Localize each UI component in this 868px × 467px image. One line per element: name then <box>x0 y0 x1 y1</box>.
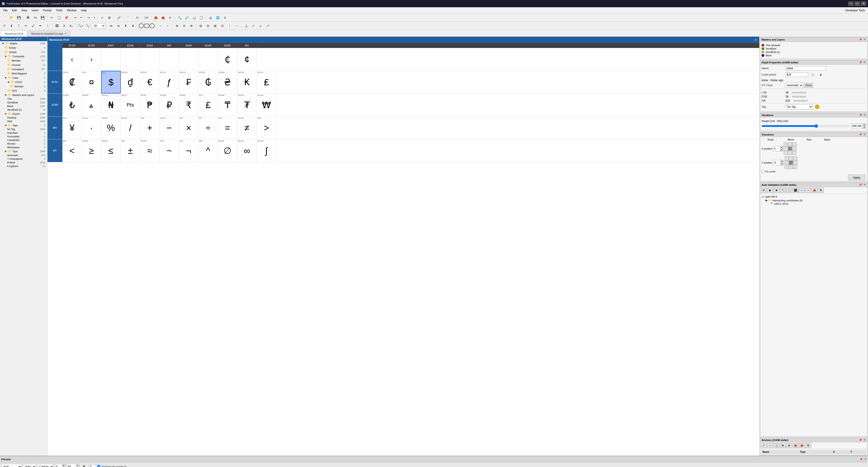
move-bc[interactable] <box>789 165 793 169</box>
curve-btn[interactable]: ⌒ <box>125 14 131 21</box>
move-mr[interactable] <box>793 160 797 165</box>
glyph-cell-3-5[interactable]: $2212 − <box>160 117 179 139</box>
validation-pin-icon[interactable]: 📌 <box>859 183 863 186</box>
tb2-btn3[interactable]: T <box>16 23 22 29</box>
undo-button[interactable]: ↩ <box>72 14 79 21</box>
lookup3-btn[interactable]: 📊 <box>191 14 197 21</box>
undo-drop[interactable]: ▼ <box>79 14 83 21</box>
tab-montserrat-vf[interactable]: Montserrat-VF.ttf <box>1 31 27 37</box>
move-mc[interactable] <box>789 160 793 165</box>
glyph-cell-0-9[interactable]: ¢ <box>237 48 257 70</box>
anchor-mark-btn[interactable]: ⚓ <box>774 443 779 448</box>
val-prev-btn[interactable]: ← <box>799 188 805 193</box>
apply-button[interactable]: Apply <box>848 175 865 180</box>
tb2-grid3[interactable]: ⊠ <box>212 23 219 29</box>
val-fix-btn[interactable]: 🔧 <box>780 188 786 193</box>
sidebar-item-semibold1[interactable]: SemiBold (1) 14 <box>0 108 47 112</box>
name-input[interactable] <box>785 66 826 70</box>
sidebar-item-review[interactable]: Review 0 <box>0 142 47 145</box>
tag-color-icon[interactable] <box>815 105 819 109</box>
val-settings-btn[interactable]: ⚙ <box>818 188 824 193</box>
val-export-btn[interactable]: 📤 <box>811 188 817 193</box>
move-tc[interactable] <box>789 156 793 160</box>
anchors-pin-icon[interactable]: 📌 <box>859 438 863 441</box>
sidebar-item-web[interactable]: Web 1944 <box>0 119 47 123</box>
fx-btn[interactable]: ƒx <box>134 14 141 21</box>
save-all-button[interactable]: 💾 <box>39 14 46 21</box>
glyph-cell-1-6[interactable]: $20A3 ₣ <box>179 71 198 93</box>
glyph-properties-pin-icon[interactable]: 📌 <box>859 61 863 64</box>
glyph-cell-4-4[interactable]: $2248 ≈ <box>140 139 160 162</box>
zoom-out[interactable]: 🔍- <box>85 23 91 29</box>
menu-developer-tools[interactable]: Developer Tools <box>843 8 867 13</box>
move-bl[interactable] <box>784 165 789 169</box>
val-refresh-btn[interactable]: ⟳ <box>761 188 767 193</box>
sidebar-item-black[interactable]: Black 1822 <box>0 104 47 108</box>
copy-button[interactable]: 📋 <box>56 14 62 21</box>
glyph-cell-1-0[interactable]: $20A1 ₡ <box>62 71 82 93</box>
glyph-cell-4-1[interactable]: $2265 ≥ <box>82 139 101 162</box>
val-select-btn[interactable]: ⬚ <box>786 188 792 193</box>
sidebar-item-semibold[interactable]: SemiBold 1822 <box>0 101 47 104</box>
anchor-settings-btn[interactable]: ⚙ <box>805 443 811 448</box>
glyph-cell-2-2[interactable]: $20A6 ₦ <box>101 94 121 116</box>
sidebar-item-colr[interactable]: ▼ 📁 COLR 0 <box>0 80 47 84</box>
on-curve-checkbox[interactable] <box>762 170 765 173</box>
glyph-cell-0-3[interactable] <box>121 48 140 70</box>
sidebar-item-tags[interactable]: ▼ 📁 Tags 0 <box>0 123 47 127</box>
glyph-cell-3-10[interactable]: $3E > <box>257 117 276 139</box>
anchors-close-icon[interactable]: ✕ <box>863 438 866 441</box>
tb2-oval[interactable] <box>139 23 144 28</box>
xpos-up[interactable]: ▲ <box>780 146 783 149</box>
sidebar-item-type[interactable]: ▼ 📁 Type 1944 <box>0 149 47 153</box>
glyph-cell-1-7[interactable]: $20B2 ₲ <box>198 71 218 93</box>
zoom-fit[interactable]: ⤢ <box>99 14 105 21</box>
lookup4-btn[interactable]: 📋 <box>198 14 205 21</box>
pos-tc[interactable] <box>788 142 792 146</box>
gn-btn[interactable]: GN <box>143 14 150 21</box>
glyph-cell-0-0[interactable]: ‹ <box>62 48 82 70</box>
sidebar-item-completed[interactable]: Completed 0 <box>0 138 47 142</box>
glyph-cell-3-9[interactable]: $2260 ≠ <box>237 117 257 139</box>
sidebar-item-svg[interactable]: 📁 SVG 0 <box>0 88 47 93</box>
tb2-btn2[interactable]: ⬇ <box>8 23 15 29</box>
move-tl[interactable] <box>784 156 789 160</box>
pos-bl[interactable] <box>784 151 788 155</box>
preview-x-up[interactable]: ▲ <box>62 464 65 467</box>
tb2-anchor1[interactable]: ⚓ <box>243 23 250 29</box>
tb2-anchor4[interactable]: ↗ <box>265 23 271 29</box>
glyph-grid[interactable]: $27EB $27E9 $2007 $200A $2008 $A0 $2009 … <box>48 43 759 456</box>
preview-size-up[interactable]: ▲ <box>76 464 79 467</box>
glyph-cell-0-2[interactable] <box>101 48 121 70</box>
weight-spinbox-up[interactable]: ▲ <box>863 123 866 126</box>
glyph-cell-3-0[interactable]: $A5 ¥ <box>62 117 82 139</box>
glyph-button[interactable]: Aa <box>32 14 39 21</box>
glyph-cell-0-6[interactable] <box>179 48 198 70</box>
glyph-cell-4-0[interactable]: $3C < <box>62 139 82 162</box>
codepoints-input[interactable] <box>785 72 808 77</box>
glyph-cell-2-9[interactable]: $20AE ₮ <box>237 94 257 116</box>
maximize-button[interactable]: □ <box>855 1 860 6</box>
pos-mr[interactable] <box>792 147 796 151</box>
sidebar-item-desktop[interactable]: Desktop 1944 <box>0 116 47 119</box>
tag-select[interactable]: No Tag Important Incomplete Completed Re… <box>785 104 813 109</box>
tb2-arrow1[interactable]: ⬅ <box>108 23 115 29</box>
tb2-rect[interactable] <box>144 24 149 28</box>
masters-close-icon[interactable]: ✕ <box>863 38 866 41</box>
tb2-image2[interactable]: A <box>61 23 68 29</box>
sidebar-item-multimapped[interactable]: 📁 Multi Mapped 0 <box>0 71 47 76</box>
glyph-cell-3-7[interactable]: $F7 ÷ <box>198 117 218 139</box>
transform-pin-icon[interactable]: 📌 <box>859 133 863 136</box>
glyph-cell-3-1[interactable]: $2219 · <box>82 117 101 139</box>
zoom-btn2[interactable]: ⊞ <box>106 14 113 21</box>
variations-close-icon[interactable]: ✕ <box>863 114 866 117</box>
pos-ml[interactable] <box>784 147 788 151</box>
preview-script-select[interactable]: Auto Latin <box>23 464 36 467</box>
sidebar-item-notag[interactable]: No Tag 1944 <box>0 127 47 131</box>
sidebar-item-export[interactable]: ▼ 📁 Export 1944 <box>0 112 47 116</box>
glyph-area-close-icon[interactable]: ✕ <box>754 38 757 41</box>
glyph-cell-4-6[interactable]: $AC ¬ <box>179 139 198 162</box>
glyph-cell-1-1[interactable]: $A4 ¤ <box>82 71 101 93</box>
tb2-btn6[interactable]: ✒ <box>37 23 44 29</box>
glyph-cell-1-2[interactable]: $24 $ <box>101 71 121 93</box>
